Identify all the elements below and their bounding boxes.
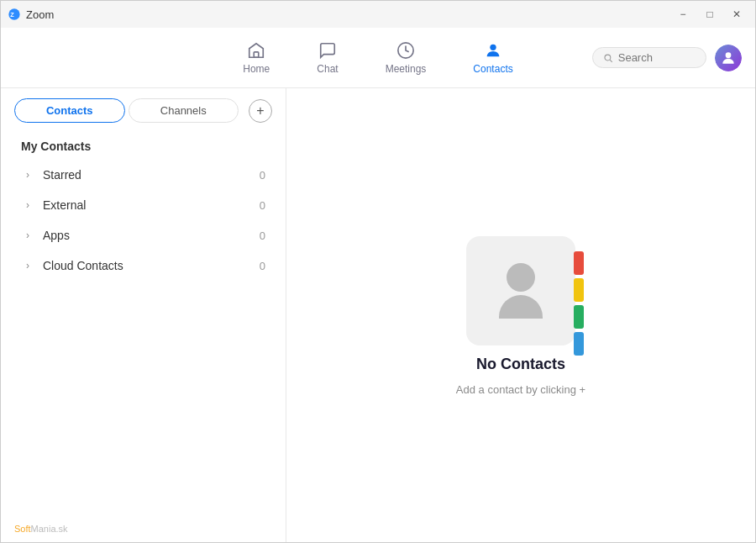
group-label-apps: Apps xyxy=(43,229,260,242)
search-icon xyxy=(603,52,613,64)
group-label-external: External xyxy=(43,198,260,212)
watermark-suffix: Mania.sk xyxy=(31,524,68,534)
svg-point-5 xyxy=(605,55,611,61)
nav-items: Home Chat Meetings xyxy=(233,34,522,82)
person-head xyxy=(507,263,535,292)
color-tab-red xyxy=(574,251,584,275)
tab-contacts[interactable]: Contacts xyxy=(14,98,125,123)
tab-row: Contacts Channels + xyxy=(1,88,286,133)
nav-item-chat[interactable]: Chat xyxy=(307,34,348,82)
group-external[interactable]: › External 0 xyxy=(1,190,286,220)
add-contact-button[interactable]: + xyxy=(249,99,272,123)
no-contacts-subtitle: Add a contact by clicking + xyxy=(456,383,585,396)
no-contacts-title: No Contacts xyxy=(476,356,565,373)
chevron-icon: › xyxy=(21,259,34,272)
chat-label: Chat xyxy=(317,63,338,75)
title-bar-left: Z Zoom xyxy=(8,8,54,21)
top-nav: Home Chat Meetings xyxy=(1,28,755,88)
chevron-icon: › xyxy=(21,168,34,182)
main-layout: Contacts Channels + My Contacts › Starre… xyxy=(1,88,755,543)
avatar[interactable] xyxy=(715,45,742,71)
nav-item-meetings[interactable]: Meetings xyxy=(375,34,437,82)
search-input[interactable] xyxy=(618,51,696,64)
svg-rect-2 xyxy=(255,51,260,56)
svg-line-6 xyxy=(610,60,612,62)
app-title: Zoom xyxy=(26,8,54,21)
maximize-button[interactable]: □ xyxy=(698,6,722,23)
contacts-label: Contacts xyxy=(473,63,512,75)
watermark: SoftMania.sk xyxy=(14,524,68,534)
home-label: Home xyxy=(243,63,270,75)
meetings-icon xyxy=(396,41,415,60)
group-label-cloud: Cloud Contacts xyxy=(43,259,260,272)
svg-point-4 xyxy=(490,44,496,50)
nav-item-contacts[interactable]: Contacts xyxy=(463,34,522,82)
group-count-starred: 0 xyxy=(260,169,265,182)
window-controls: − □ ✕ xyxy=(671,6,748,23)
app-icon: Z xyxy=(8,8,21,21)
svg-text:Z: Z xyxy=(10,11,14,18)
color-tab-green xyxy=(574,305,584,329)
chevron-icon: › xyxy=(21,229,34,242)
watermark-prefix: Soft xyxy=(14,524,31,534)
nav-item-home[interactable]: Home xyxy=(233,34,280,82)
tab-channels[interactable]: Channels xyxy=(129,98,239,123)
top-nav-right xyxy=(592,45,742,71)
contacts-icon xyxy=(484,41,502,60)
color-tabs xyxy=(574,251,584,356)
search-box[interactable] xyxy=(592,47,706,68)
svg-point-7 xyxy=(726,52,732,58)
person-icon xyxy=(499,263,543,319)
home-icon xyxy=(247,41,265,60)
no-contacts-illustration xyxy=(466,236,575,345)
group-count-cloud: 0 xyxy=(260,260,265,272)
color-tab-yellow xyxy=(574,278,584,302)
sidebar: Contacts Channels + My Contacts › Starre… xyxy=(1,88,286,543)
title-bar: Z Zoom − □ ✕ xyxy=(1,1,755,28)
close-button[interactable]: ✕ xyxy=(725,6,748,23)
person-body xyxy=(499,295,543,319)
minimize-button[interactable]: − xyxy=(671,6,695,23)
color-tab-blue xyxy=(574,332,584,356)
chat-icon xyxy=(318,41,337,60)
group-label-starred: Starred xyxy=(43,168,260,182)
group-apps[interactable]: › Apps 0 xyxy=(1,220,286,250)
chevron-icon: › xyxy=(21,198,34,212)
group-count-external: 0 xyxy=(260,199,265,212)
meetings-label: Meetings xyxy=(386,63,427,75)
group-count-apps: 0 xyxy=(260,229,265,242)
group-starred[interactable]: › Starred 0 xyxy=(1,160,286,190)
my-contacts-heading: My Contacts xyxy=(1,133,286,160)
group-cloud-contacts[interactable]: › Cloud Contacts 0 xyxy=(1,250,286,281)
content-area: No Contacts Add a contact by clicking + xyxy=(286,88,755,543)
